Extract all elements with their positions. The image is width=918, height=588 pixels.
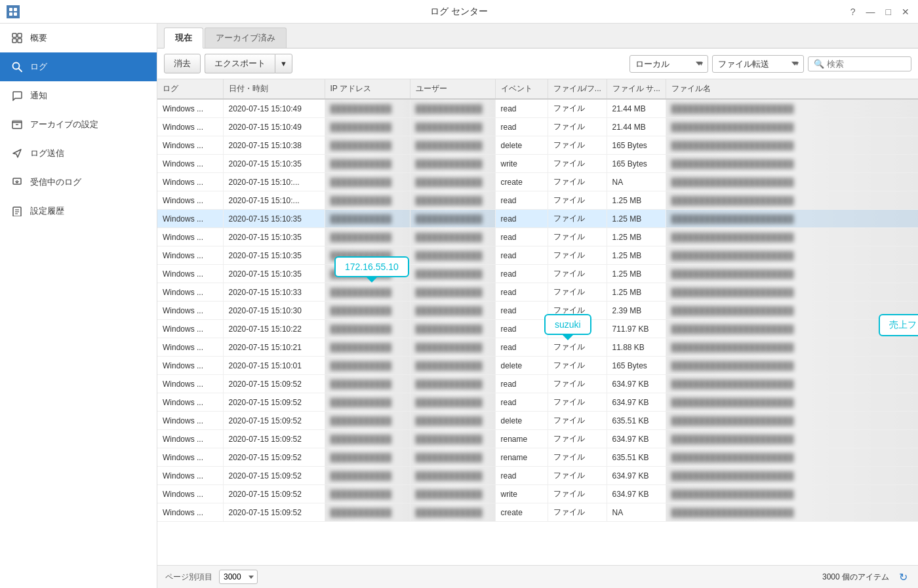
table-row[interactable]: Windows ...2020-07-15 15:10:...█████████… xyxy=(157,191,918,210)
cell-log: Windows ... xyxy=(157,283,223,302)
sidebar-item-log[interactable]: ログ xyxy=(0,52,157,81)
cell-filesize: NA xyxy=(607,173,666,191)
sidebar-item-settings-history[interactable]: 設定履歴 xyxy=(0,197,157,225)
cell-filename: ██████████████████████ xyxy=(666,210,918,228)
sidebar-item-receiving-log[interactable]: 受信中のログ xyxy=(0,168,157,197)
search-box[interactable]: 🔍 xyxy=(808,56,911,71)
cell-filesize: NA xyxy=(607,503,666,522)
table-row[interactable]: Windows ...2020-07-15 15:10:01██████████… xyxy=(157,357,918,375)
table-row[interactable]: Windows ...2020-07-15 15:10:35██████████… xyxy=(157,155,918,173)
cell-filetype: ファイル xyxy=(548,246,607,265)
cell-event: create xyxy=(495,173,548,191)
close-button[interactable]: ✕ xyxy=(898,5,913,18)
cell-event: create xyxy=(495,503,548,522)
cell-log: Windows ... xyxy=(157,412,223,430)
cell-log: Windows ... xyxy=(157,448,223,467)
cell-filetype: ファイル xyxy=(548,503,607,522)
table-row[interactable]: Windows ...2020-07-15 15:10:49██████████… xyxy=(157,118,918,136)
table-row[interactable]: Windows ...2020-07-15 15:09:52██████████… xyxy=(157,393,918,412)
cell-event: read xyxy=(495,210,548,228)
app-icon xyxy=(7,5,20,18)
cell-filesize: 21.44 MB xyxy=(607,118,666,136)
location-select[interactable]: ローカル リモート xyxy=(629,55,708,73)
cell-user: ████████████ xyxy=(410,357,495,375)
cell-filetype: ファイル xyxy=(548,302,607,320)
help-button[interactable]: ? xyxy=(847,5,859,18)
cell-ip: ███████████ xyxy=(325,191,410,210)
send-icon xyxy=(10,147,24,160)
svg-rect-5 xyxy=(18,33,22,37)
table-row[interactable]: Windows ...2020-07-15 15:10:35██████████… xyxy=(157,210,918,228)
search-icon: 🔍 xyxy=(814,59,824,69)
maximize-button[interactable]: □ xyxy=(883,5,894,18)
table-row[interactable]: Windows ...2020-07-15 15:10:30██████████… xyxy=(157,302,918,320)
minimize-button[interactable]: — xyxy=(863,5,879,18)
cell-date: 2020-07-15 15:10:49 xyxy=(223,99,325,118)
cell-event: read xyxy=(495,320,548,338)
svg-rect-0 xyxy=(9,8,12,11)
cell-event: read xyxy=(495,265,548,283)
cell-user: ████████████ xyxy=(410,503,495,522)
cell-user: ████████████ xyxy=(410,375,495,393)
export-arrow-button[interactable]: ▼ xyxy=(275,54,292,73)
cell-event: delete xyxy=(495,136,548,155)
cell-filetype: ファイル xyxy=(548,393,607,412)
window-title: ログ センター xyxy=(430,6,488,18)
category-select-wrapper: ファイル転送 システム 接続 xyxy=(712,55,804,73)
page-size-select[interactable]: 3000 1000 500 xyxy=(219,570,258,584)
cell-filename: ██████████████████████ xyxy=(666,430,918,448)
content-area: 現在 アーカイブ済み 消去 エクスポート ▼ ローカル リモート フ xyxy=(157,24,918,588)
table-row[interactable]: Windows ...2020-07-15 15:10:33██████████… xyxy=(157,283,918,302)
sidebar-item-overview[interactable]: 概要 xyxy=(0,24,157,52)
table-row[interactable]: Windows ...2020-07-15 15:10:38██████████… xyxy=(157,136,918,155)
cell-log: Windows ... xyxy=(157,375,223,393)
cell-user: ████████████ xyxy=(410,246,495,265)
table-row[interactable]: Windows ...2020-07-15 15:10:22██████████… xyxy=(157,320,918,338)
table-row[interactable]: Windows ...2020-07-15 15:10:35██████████… xyxy=(157,246,918,265)
table-row[interactable]: Windows ...2020-07-15 15:10:49██████████… xyxy=(157,99,918,118)
cell-date: 2020-07-15 15:10:35 xyxy=(223,265,325,283)
cell-filesize: 165 Bytes xyxy=(607,155,666,173)
tab-archived[interactable]: アーカイブ済み xyxy=(205,28,287,48)
sidebar-item-notification[interactable]: 通知 xyxy=(0,81,157,110)
table-row[interactable]: Windows ...2020-07-15 15:10:35██████████… xyxy=(157,265,918,283)
table-row[interactable]: Windows ...2020-07-15 15:09:52██████████… xyxy=(157,448,918,467)
table-row[interactable]: Windows ...2020-07-15 15:09:52██████████… xyxy=(157,430,918,448)
export-main-button[interactable]: エクスポート xyxy=(205,54,275,73)
table-row[interactable]: Windows ...2020-07-15 15:10:21██████████… xyxy=(157,338,918,357)
tab-current[interactable]: 現在 xyxy=(164,28,203,49)
table-row[interactable]: Windows ...2020-07-15 15:10:35██████████… xyxy=(157,228,918,246)
window-controls[interactable]: ? — □ ✕ xyxy=(847,5,913,18)
cell-user: ████████████ xyxy=(410,393,495,412)
table-row[interactable]: Windows ...2020-07-15 15:10:...█████████… xyxy=(157,173,918,191)
table-row[interactable]: Windows ...2020-07-15 15:09:52██████████… xyxy=(157,375,918,393)
sidebar-label-settings-history: 設定履歴 xyxy=(30,205,64,217)
table-row[interactable]: Windows ...2020-07-15 15:09:52██████████… xyxy=(157,412,918,430)
table-row[interactable]: Windows ...2020-07-15 15:09:52██████████… xyxy=(157,503,918,522)
search-input[interactable] xyxy=(827,59,906,69)
cell-filetype: ファイル xyxy=(548,485,607,503)
history-icon xyxy=(10,205,24,218)
table-row[interactable]: Windows ...2020-07-15 15:09:52██████████… xyxy=(157,485,918,503)
cell-filename: ██████████████████████ xyxy=(666,173,918,191)
cell-filename: ██████████████████████ xyxy=(666,302,918,320)
sidebar-item-archive-settings[interactable]: アーカイブの設定 xyxy=(0,110,157,139)
toolbar: 消去 エクスポート ▼ ローカル リモート ファイル転送 システム 接続 xyxy=(157,49,918,79)
cell-filename: ██████████████████████ xyxy=(666,246,918,265)
category-select[interactable]: ファイル転送 システム 接続 xyxy=(712,55,804,73)
delete-button[interactable]: 消去 xyxy=(164,54,201,73)
cell-filetype: ファイル xyxy=(548,467,607,485)
cell-filesize: 1.25 MB xyxy=(607,246,666,265)
cell-ip: ███████████ xyxy=(325,375,410,393)
cell-log: Windows ... xyxy=(157,467,223,485)
cell-user: ████████████ xyxy=(410,485,495,503)
cell-log: Windows ... xyxy=(157,302,223,320)
sidebar-item-log-send[interactable]: ログ送信 xyxy=(0,139,157,168)
cell-user: ████████████ xyxy=(410,118,495,136)
refresh-button[interactable]: ↻ xyxy=(896,570,910,584)
table-row[interactable]: Windows ...2020-07-15 15:09:52██████████… xyxy=(157,467,918,485)
cell-log: Windows ... xyxy=(157,191,223,210)
cell-event: read xyxy=(495,228,548,246)
svg-rect-1 xyxy=(14,8,17,11)
cell-user: ████████████ xyxy=(410,430,495,448)
